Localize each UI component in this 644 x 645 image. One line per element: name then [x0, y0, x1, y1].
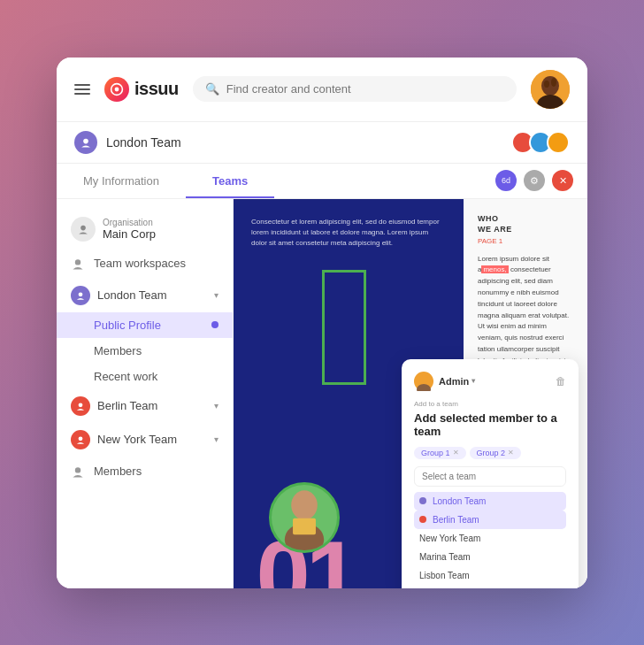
- svg-point-18: [419, 375, 428, 384]
- main-window: issuu 🔍 London Team: [57, 58, 587, 588]
- tags-row: Group 1 ✕ Group 2 ✕: [414, 447, 566, 459]
- org-info: Organisation Main Corp: [103, 218, 156, 241]
- team-bar: London Team: [57, 122, 587, 164]
- search-icon: 🔍: [205, 82, 219, 96]
- search-input[interactable]: [226, 82, 504, 96]
- search-bar[interactable]: 🔍: [193, 76, 517, 102]
- tag1-close-icon[interactable]: ✕: [453, 449, 459, 457]
- card-admin-info: Admin ▾: [414, 372, 475, 391]
- sidebar: Organisation Main Corp Team workspaces: [57, 199, 234, 588]
- main-panel: Consectetur et lorem adipiscing elit, se…: [234, 199, 587, 588]
- team-search-input[interactable]: [414, 466, 566, 487]
- tab-teams[interactable]: Teams: [186, 164, 274, 198]
- svg-point-8: [80, 225, 86, 230]
- svg-rect-17: [293, 518, 316, 534]
- svg-point-13: [75, 467, 80, 472]
- content-lorem-text: Consectetur et lorem adipiscing elit, se…: [251, 217, 446, 249]
- svg-point-19: [417, 384, 431, 391]
- add-to-team-label: Add to a team: [414, 400, 566, 408]
- london-dot: [419, 497, 426, 504]
- tag-group2[interactable]: Group 2 ✕: [470, 447, 522, 459]
- sidebar-london-team[interactable]: London Team ▾: [57, 279, 233, 312]
- right-info-panel: WHO WE ARE PAGE 1 Lorem ipsum dolore sit…: [464, 199, 587, 588]
- person-circle: [269, 482, 340, 553]
- berlin-dot: [419, 516, 426, 523]
- svg-point-12: [79, 436, 83, 441]
- team-list-lisbon[interactable]: Lisbon Team: [414, 566, 566, 585]
- org-label: Organisation: [103, 218, 156, 227]
- ctrl-btn-close[interactable]: ✕: [552, 170, 573, 191]
- svg-point-11: [79, 403, 83, 407]
- sidebar-members-bottom[interactable]: Members: [57, 457, 233, 487]
- user-avatar[interactable]: [531, 70, 570, 109]
- svg-point-15: [291, 490, 318, 519]
- card-admin-avatar: [414, 372, 433, 391]
- ny-team-icon: [71, 430, 90, 449]
- tabs-bar: My Information Teams 6d ⚙ ✕: [57, 164, 587, 199]
- content-area: Organisation Main Corp Team workspaces: [57, 199, 587, 588]
- svg-point-9: [75, 259, 80, 265]
- team-list-ny[interactable]: New York Team: [414, 529, 566, 548]
- svg-point-1: [115, 87, 119, 91]
- org-name: Main Corp: [103, 227, 156, 241]
- team-icon: [74, 131, 97, 154]
- berlin-team-icon: [71, 396, 90, 416]
- page-number: PAGE 1: [478, 237, 573, 245]
- svg-point-10: [79, 292, 83, 296]
- content-card-inner: Consectetur et lorem adipiscing elit, se…: [234, 199, 464, 275]
- tab-my-info[interactable]: My Information: [57, 164, 186, 198]
- svg-point-6: [551, 78, 556, 87]
- card-admin-row: Admin ▾ 🗑: [414, 372, 566, 391]
- green-rectangle: [322, 270, 366, 385]
- svg-point-5: [544, 81, 549, 88]
- org-icon: [71, 217, 96, 242]
- london-team-icon: [71, 286, 90, 305]
- logo-area: issuu: [104, 77, 179, 102]
- sidebar-public-profile[interactable]: Public Profile: [57, 312, 233, 338]
- sidebar-ny-team[interactable]: New York Team ▾: [57, 423, 233, 457]
- tag2-close-icon[interactable]: ✕: [508, 449, 514, 457]
- tabs-controls: 6d ⚙ ✕: [495, 170, 573, 191]
- team-list-marina[interactable]: Marina Team: [414, 548, 566, 566]
- hamburger-button[interactable]: [74, 84, 90, 95]
- sidebar-org[interactable]: Organisation Main Corp: [57, 210, 233, 249]
- trash-icon[interactable]: 🗑: [556, 375, 566, 388]
- svg-point-7: [83, 138, 88, 143]
- sidebar-recent-work[interactable]: Recent work: [57, 364, 233, 389]
- team-list-berlin[interactable]: Berlin Team: [414, 511, 566, 529]
- team-avatar-3: [547, 131, 570, 154]
- add-team-card: Admin ▾ 🗑 Add to a team Add selected mem…: [402, 359, 579, 588]
- logo-icon: [104, 77, 129, 102]
- sidebar-berlin-team[interactable]: Berlin Team ▾: [57, 389, 233, 423]
- add-to-team-title: Add selected member to a team: [414, 411, 566, 438]
- tag-group1[interactable]: Group 1 ✕: [414, 447, 466, 459]
- team-list-london[interactable]: London Team: [414, 492, 566, 511]
- sidebar-members[interactable]: Members: [57, 338, 233, 364]
- who-we-are: WHO WE ARE: [478, 213, 573, 235]
- logo-text: issuu: [134, 79, 179, 99]
- admin-chevron: ▾: [472, 377, 475, 385]
- top-bar: issuu 🔍: [57, 58, 587, 122]
- london-chevron: ▾: [214, 290, 218, 300]
- sidebar-team-workspaces[interactable]: Team workspaces: [57, 249, 233, 279]
- ctrl-btn-gear[interactable]: ⚙: [524, 170, 545, 191]
- active-dot: [211, 321, 218, 328]
- berlin-chevron: ▾: [214, 401, 218, 411]
- team-avatars: [511, 131, 570, 154]
- ctrl-btn-blue[interactable]: 6d: [495, 170, 517, 191]
- ny-chevron: ▾: [214, 434, 218, 444]
- svg-point-3: [541, 76, 559, 96]
- team-bar-name: London Team: [106, 135, 181, 150]
- card-admin-name: Admin ▾: [439, 376, 475, 387]
